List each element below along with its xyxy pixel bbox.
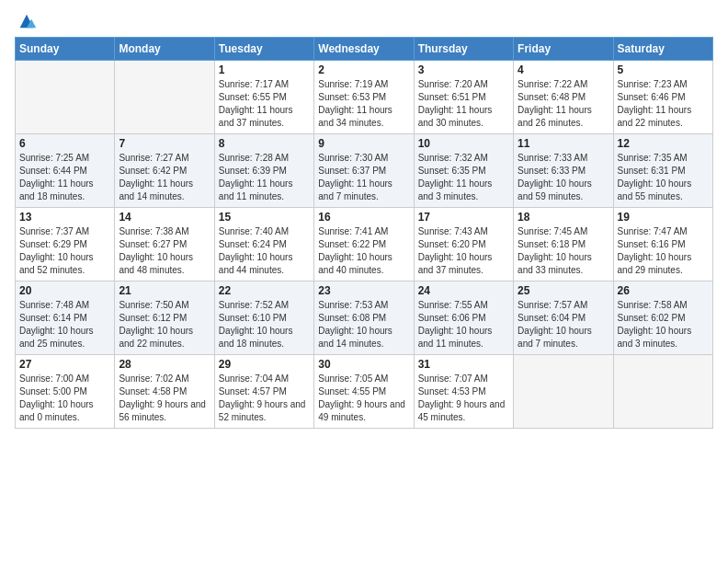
day-info: Sunrise: 7:00 AM Sunset: 5:00 PM Dayligh… bbox=[19, 373, 110, 424]
calendar-week-row: 1Sunrise: 7:17 AM Sunset: 6:55 PM Daylig… bbox=[16, 61, 713, 134]
calendar-cell: 7Sunrise: 7:27 AM Sunset: 6:42 PM Daylig… bbox=[115, 134, 214, 208]
calendar-cell: 21Sunrise: 7:50 AM Sunset: 6:12 PM Dayli… bbox=[115, 282, 214, 355]
logo bbox=[15, 11, 37, 31]
day-info: Sunrise: 7:58 AM Sunset: 6:02 PM Dayligh… bbox=[618, 299, 709, 350]
col-thursday: Thursday bbox=[414, 38, 513, 61]
logo-icon bbox=[17, 11, 37, 31]
day-info: Sunrise: 7:05 AM Sunset: 4:55 PM Dayligh… bbox=[318, 373, 409, 424]
day-number: 19 bbox=[618, 211, 709, 224]
calendar-header-row: Sunday Monday Tuesday Wednesday Thursday… bbox=[16, 38, 713, 61]
day-info: Sunrise: 7:45 AM Sunset: 6:18 PM Dayligh… bbox=[518, 225, 609, 277]
calendar-cell: 20Sunrise: 7:48 AM Sunset: 6:14 PM Dayli… bbox=[16, 282, 115, 355]
calendar-cell bbox=[115, 61, 214, 134]
day-number: 17 bbox=[418, 211, 509, 224]
day-number: 30 bbox=[318, 358, 409, 371]
calendar-cell: 22Sunrise: 7:52 AM Sunset: 6:10 PM Dayli… bbox=[214, 282, 313, 355]
day-number: 11 bbox=[518, 137, 609, 150]
calendar-cell: 15Sunrise: 7:40 AM Sunset: 6:24 PM Dayli… bbox=[214, 208, 313, 282]
day-info: Sunrise: 7:19 AM Sunset: 6:53 PM Dayligh… bbox=[318, 78, 409, 130]
day-info: Sunrise: 7:43 AM Sunset: 6:20 PM Dayligh… bbox=[418, 225, 509, 277]
day-info: Sunrise: 7:35 AM Sunset: 6:31 PM Dayligh… bbox=[618, 152, 709, 203]
day-number: 25 bbox=[518, 284, 609, 297]
day-info: Sunrise: 7:25 AM Sunset: 6:44 PM Dayligh… bbox=[19, 152, 110, 203]
calendar-cell bbox=[514, 355, 613, 429]
day-info: Sunrise: 7:50 AM Sunset: 6:12 PM Dayligh… bbox=[119, 299, 210, 350]
day-number: 6 bbox=[19, 137, 110, 150]
calendar-cell: 12Sunrise: 7:35 AM Sunset: 6:31 PM Dayli… bbox=[613, 134, 712, 208]
col-friday: Friday bbox=[514, 38, 613, 61]
day-number: 26 bbox=[618, 284, 709, 297]
day-info: Sunrise: 7:30 AM Sunset: 6:37 PM Dayligh… bbox=[318, 152, 409, 203]
calendar-cell: 9Sunrise: 7:30 AM Sunset: 6:37 PM Daylig… bbox=[314, 134, 414, 208]
day-number: 13 bbox=[19, 211, 110, 224]
calendar-cell: 4Sunrise: 7:22 AM Sunset: 6:48 PM Daylig… bbox=[514, 61, 613, 134]
day-info: Sunrise: 7:55 AM Sunset: 6:06 PM Dayligh… bbox=[418, 299, 509, 350]
day-info: Sunrise: 7:47 AM Sunset: 6:16 PM Dayligh… bbox=[618, 225, 709, 277]
header bbox=[0, 0, 728, 37]
day-info: Sunrise: 7:04 AM Sunset: 4:57 PM Dayligh… bbox=[219, 373, 310, 424]
day-number: 23 bbox=[318, 284, 409, 297]
calendar-cell: 30Sunrise: 7:05 AM Sunset: 4:55 PM Dayli… bbox=[314, 355, 414, 429]
day-number: 27 bbox=[19, 358, 110, 371]
day-number: 20 bbox=[19, 284, 110, 297]
day-number: 29 bbox=[219, 358, 310, 371]
calendar-cell: 19Sunrise: 7:47 AM Sunset: 6:16 PM Dayli… bbox=[613, 208, 712, 282]
calendar-cell bbox=[16, 61, 115, 134]
day-info: Sunrise: 7:20 AM Sunset: 6:51 PM Dayligh… bbox=[418, 78, 509, 130]
calendar-cell: 1Sunrise: 7:17 AM Sunset: 6:55 PM Daylig… bbox=[214, 61, 313, 134]
day-info: Sunrise: 7:17 AM Sunset: 6:55 PM Dayligh… bbox=[219, 78, 310, 130]
calendar-week-row: 13Sunrise: 7:37 AM Sunset: 6:29 PM Dayli… bbox=[16, 208, 713, 282]
day-info: Sunrise: 7:07 AM Sunset: 4:53 PM Dayligh… bbox=[418, 373, 509, 424]
calendar-cell: 28Sunrise: 7:02 AM Sunset: 4:58 PM Dayli… bbox=[115, 355, 214, 429]
col-tuesday: Tuesday bbox=[214, 38, 313, 61]
day-info: Sunrise: 7:41 AM Sunset: 6:22 PM Dayligh… bbox=[318, 225, 409, 277]
calendar-cell: 13Sunrise: 7:37 AM Sunset: 6:29 PM Dayli… bbox=[16, 208, 115, 282]
day-number: 1 bbox=[219, 63, 310, 76]
calendar-cell bbox=[613, 355, 712, 429]
day-info: Sunrise: 7:27 AM Sunset: 6:42 PM Dayligh… bbox=[119, 152, 210, 203]
calendar-cell: 3Sunrise: 7:20 AM Sunset: 6:51 PM Daylig… bbox=[414, 61, 513, 134]
day-number: 9 bbox=[318, 137, 409, 150]
day-number: 5 bbox=[618, 63, 709, 76]
calendar-cell: 18Sunrise: 7:45 AM Sunset: 6:18 PM Dayli… bbox=[514, 208, 613, 282]
calendar-cell: 23Sunrise: 7:53 AM Sunset: 6:08 PM Dayli… bbox=[314, 282, 414, 355]
col-wednesday: Wednesday bbox=[314, 38, 414, 61]
day-info: Sunrise: 7:48 AM Sunset: 6:14 PM Dayligh… bbox=[19, 299, 110, 350]
calendar-cell: 27Sunrise: 7:00 AM Sunset: 5:00 PM Dayli… bbox=[16, 355, 115, 429]
day-info: Sunrise: 7:38 AM Sunset: 6:27 PM Dayligh… bbox=[119, 225, 210, 277]
page: Sunday Monday Tuesday Wednesday Thursday… bbox=[0, 0, 728, 563]
day-info: Sunrise: 7:32 AM Sunset: 6:35 PM Dayligh… bbox=[418, 152, 509, 203]
day-number: 2 bbox=[318, 63, 409, 76]
day-number: 8 bbox=[219, 137, 310, 150]
calendar-cell: 16Sunrise: 7:41 AM Sunset: 6:22 PM Dayli… bbox=[314, 208, 414, 282]
day-number: 10 bbox=[418, 137, 509, 150]
day-number: 18 bbox=[518, 211, 609, 224]
calendar-cell: 25Sunrise: 7:57 AM Sunset: 6:04 PM Dayli… bbox=[514, 282, 613, 355]
calendar-cell: 24Sunrise: 7:55 AM Sunset: 6:06 PM Dayli… bbox=[414, 282, 513, 355]
calendar-cell: 31Sunrise: 7:07 AM Sunset: 4:53 PM Dayli… bbox=[414, 355, 513, 429]
day-number: 4 bbox=[518, 63, 609, 76]
day-number: 14 bbox=[119, 211, 210, 224]
day-info: Sunrise: 7:33 AM Sunset: 6:33 PM Dayligh… bbox=[518, 152, 609, 203]
calendar-cell: 17Sunrise: 7:43 AM Sunset: 6:20 PM Dayli… bbox=[414, 208, 513, 282]
day-info: Sunrise: 7:28 AM Sunset: 6:39 PM Dayligh… bbox=[219, 152, 310, 203]
calendar-week-row: 27Sunrise: 7:00 AM Sunset: 5:00 PM Dayli… bbox=[16, 355, 713, 429]
day-number: 22 bbox=[219, 284, 310, 297]
day-info: Sunrise: 7:22 AM Sunset: 6:48 PM Dayligh… bbox=[518, 78, 609, 130]
day-number: 21 bbox=[119, 284, 210, 297]
day-info: Sunrise: 7:52 AM Sunset: 6:10 PM Dayligh… bbox=[219, 299, 310, 350]
calendar-cell: 2Sunrise: 7:19 AM Sunset: 6:53 PM Daylig… bbox=[314, 61, 414, 134]
calendar-cell: 6Sunrise: 7:25 AM Sunset: 6:44 PM Daylig… bbox=[16, 134, 115, 208]
col-monday: Monday bbox=[115, 38, 214, 61]
day-info: Sunrise: 7:23 AM Sunset: 6:46 PM Dayligh… bbox=[618, 78, 709, 130]
day-info: Sunrise: 7:40 AM Sunset: 6:24 PM Dayligh… bbox=[219, 225, 310, 277]
calendar-week-row: 6Sunrise: 7:25 AM Sunset: 6:44 PM Daylig… bbox=[16, 134, 713, 208]
calendar-cell: 8Sunrise: 7:28 AM Sunset: 6:39 PM Daylig… bbox=[214, 134, 313, 208]
col-saturday: Saturday bbox=[613, 38, 712, 61]
col-sunday: Sunday bbox=[16, 38, 115, 61]
day-number: 15 bbox=[219, 211, 310, 224]
calendar-cell: 10Sunrise: 7:32 AM Sunset: 6:35 PM Dayli… bbox=[414, 134, 513, 208]
calendar-cell: 5Sunrise: 7:23 AM Sunset: 6:46 PM Daylig… bbox=[613, 61, 712, 134]
day-number: 3 bbox=[418, 63, 509, 76]
day-info: Sunrise: 7:53 AM Sunset: 6:08 PM Dayligh… bbox=[318, 299, 409, 350]
